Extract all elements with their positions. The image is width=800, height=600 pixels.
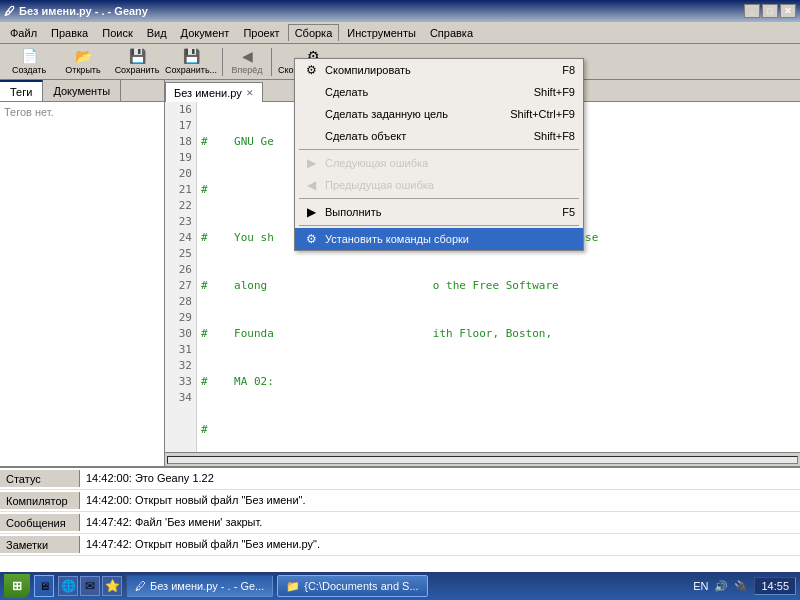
toolbar-separator-2 xyxy=(271,48,272,76)
app-icon: 🖊 xyxy=(4,5,15,17)
log-row-compiler: Компилятор 14:42:00: Открыт новый файл "… xyxy=(0,490,800,512)
open-icon: 📂 xyxy=(75,48,92,64)
log-row-status: Статус 14:42:00: Это Geany 1.22 xyxy=(0,468,800,490)
run-icon: ▶ xyxy=(303,204,319,220)
title-bar: 🖊 Без имени.ру - . - Geany _ □ ✕ xyxy=(0,0,800,22)
menu-separator-1 xyxy=(299,149,579,150)
log-text-compiler: 14:42:00: Открыт новый файл "Без имени". xyxy=(80,492,312,508)
taskbar-explorer-label: {C:\Documents and S... xyxy=(304,580,418,592)
log-row-notes: Заметки 14:47:42: Открыт новый файл "Без… xyxy=(0,534,800,556)
make-menu-icon xyxy=(303,84,319,100)
horizontal-scrollbar[interactable] xyxy=(167,456,798,464)
log-text-status: 14:42:00: Это Geany 1.22 xyxy=(80,470,220,486)
email-icon[interactable]: ✉ xyxy=(80,576,100,596)
menu-edit[interactable]: Правка xyxy=(45,25,94,41)
line-numbers: 16 17 18 19 20 21 22 23 24 25 26 27 28 2… xyxy=(165,102,197,452)
open-button[interactable]: 📂 Открыть xyxy=(58,46,108,78)
title-controls: _ □ ✕ xyxy=(744,4,796,18)
menu-compile-item[interactable]: ⚙ Скомпилировать F8 xyxy=(295,59,583,81)
build-commands-icon: ⚙ xyxy=(303,231,319,247)
network-icon: 🔌 xyxy=(734,580,748,593)
maximize-button[interactable]: □ xyxy=(762,4,778,18)
log-row-messages: Сообщения 14:47:42: Файл 'Без имени' зак… xyxy=(0,512,800,534)
log-label-notes: Заметки xyxy=(0,536,80,553)
menu-view[interactable]: Вид xyxy=(141,25,173,41)
compile-shortcut: F8 xyxy=(562,64,575,76)
menu-file[interactable]: Файл xyxy=(4,25,43,41)
save-as-icon: 💾 xyxy=(183,48,200,64)
make-shortcut: Shift+F9 xyxy=(534,86,575,98)
save-button[interactable]: 💾 Сохранить xyxy=(112,46,162,78)
make-menu-label: Сделать xyxy=(325,86,368,98)
make-obj-shortcut: Shift+F8 xyxy=(534,130,575,142)
make-target-icon xyxy=(303,106,319,122)
editor-scrollbar[interactable] xyxy=(165,452,800,466)
taskbar-explorer-btn[interactable]: 📁 {C:\Documents and S... xyxy=(277,575,427,597)
tags-tab[interactable]: Теги xyxy=(0,80,43,101)
menu-separator-2 xyxy=(299,198,579,199)
menu-make-item[interactable]: Сделать Shift+F9 xyxy=(295,81,583,103)
back-label: Вперёд xyxy=(231,65,262,75)
compile-menu-label: Скомпилировать xyxy=(325,64,411,76)
menu-next-error-item: ▶ Следующая ошибка xyxy=(295,152,583,174)
taskbar-geany-label: Без имени.ру - . - Ge... xyxy=(150,580,264,592)
taskbar: ⊞ 🖥 🌐 ✉ ⭐ 🖊 Без имени.ру - . - Ge... 📁 {… xyxy=(0,572,800,600)
menu-build-commands-item[interactable]: ⚙ Установить команды сборки xyxy=(295,228,583,250)
log-text-messages: 14:47:42: Файл 'Без имени' закрыт. xyxy=(80,514,268,530)
tags-panel: Теги Документы Тегов нет. xyxy=(0,80,165,466)
code-line: # xyxy=(201,422,796,438)
clock: 14:55 xyxy=(754,577,796,595)
menu-run-item[interactable]: ▶ Выполнить F5 xyxy=(295,201,583,223)
taskbar-geany-btn[interactable]: 🖊 Без имени.ру - . - Ge... xyxy=(126,575,273,597)
back-icon: ◀ xyxy=(242,48,253,64)
menu-separator-3 xyxy=(299,225,579,226)
save-as-label: Сохранить... xyxy=(165,65,217,75)
star-icon[interactable]: ⭐ xyxy=(102,576,122,596)
start-button[interactable]: ⊞ xyxy=(4,574,30,598)
menu-project[interactable]: Проект xyxy=(237,25,285,41)
make-obj-icon xyxy=(303,128,319,144)
new-icon: 📄 xyxy=(21,48,38,64)
menu-search[interactable]: Поиск xyxy=(96,25,138,41)
make-target-label: Сделать заданную цель xyxy=(325,108,448,120)
open-label: Открыть xyxy=(65,65,100,75)
minimize-button[interactable]: _ xyxy=(744,4,760,18)
volume-icon: 🔊 xyxy=(714,580,728,593)
next-error-icon: ▶ xyxy=(303,155,319,171)
menu-help[interactable]: Справка xyxy=(424,25,479,41)
lang-indicator: EN xyxy=(693,580,708,592)
next-error-label: Следующая ошибка xyxy=(325,157,428,169)
make-obj-label: Сделать объект xyxy=(325,130,406,142)
menu-bar: Файл Правка Поиск Вид Документ Проект Сб… xyxy=(0,22,800,44)
ie-icon[interactable]: 🌐 xyxy=(58,576,78,596)
system-tray: EN 🔊 🔌 14:55 xyxy=(693,577,796,595)
save-as-button[interactable]: 💾 Сохранить... xyxy=(166,46,216,78)
run-shortcut: F5 xyxy=(562,206,575,218)
quick-launch: 🌐 ✉ ⭐ xyxy=(58,576,122,596)
editor-tab-close[interactable]: ✕ xyxy=(246,88,254,98)
title-text: 🖊 Без имени.ру - . - Geany xyxy=(4,5,148,17)
menu-make-obj-item[interactable]: Сделать объект Shift+F8 xyxy=(295,125,583,147)
editor-tab-label: Без имени.ру xyxy=(174,87,242,99)
save-icon: 💾 xyxy=(129,48,146,64)
documents-tab[interactable]: Документы xyxy=(43,80,121,101)
menu-build[interactable]: Сборка xyxy=(288,24,340,41)
new-button[interactable]: 📄 Создать xyxy=(4,46,54,78)
save-label: Сохранить xyxy=(115,65,160,75)
log-label-messages: Сообщения xyxy=(0,514,80,531)
code-line: # MA 02: xyxy=(201,374,796,390)
menu-make-target-item[interactable]: Сделать заданную цель Shift+Ctrl+F9 xyxy=(295,103,583,125)
prev-error-icon: ◀ xyxy=(303,177,319,193)
menu-prev-error-item: ◀ Предыдущая ошибка xyxy=(295,174,583,196)
back-button[interactable]: ◀ Вперёд xyxy=(229,46,265,78)
taskbar-explorer-icon: 📁 xyxy=(286,580,300,593)
prev-error-label: Предыдущая ошибка xyxy=(325,179,434,191)
desktop-button[interactable]: 🖥 xyxy=(34,575,54,597)
code-line: # Founda ith Floor, Boston, xyxy=(201,326,796,342)
menu-tools[interactable]: Инструменты xyxy=(341,25,422,41)
log-text-notes: 14:47:42: Открыт новый файл "Без имени.р… xyxy=(80,536,326,552)
editor-tab-main[interactable]: Без имени.ру ✕ xyxy=(165,82,263,102)
new-label: Создать xyxy=(12,65,46,75)
menu-document[interactable]: Документ xyxy=(175,25,236,41)
close-button[interactable]: ✕ xyxy=(780,4,796,18)
